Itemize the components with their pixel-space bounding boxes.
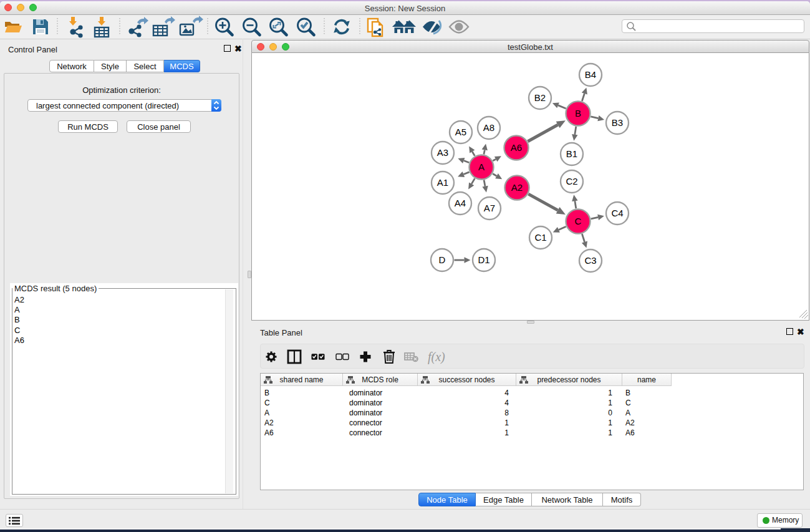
svg-text:A7: A7 — [484, 203, 495, 213]
svg-text:A8: A8 — [483, 122, 494, 133]
svg-text:B4: B4 — [585, 69, 596, 80]
svg-text:C3: C3 — [584, 255, 596, 266]
svg-text:A4: A4 — [455, 198, 466, 208]
svg-text:A1: A1 — [437, 177, 448, 188]
svg-text:D1: D1 — [478, 254, 489, 265]
svg-text:D: D — [439, 254, 446, 265]
svg-text:B3: B3 — [612, 117, 623, 128]
svg-text:A2: A2 — [511, 182, 523, 193]
svg-text:C4: C4 — [611, 208, 623, 218]
svg-text:C1: C1 — [534, 232, 546, 243]
svg-text:B2: B2 — [534, 92, 546, 103]
svg-text:A6: A6 — [511, 142, 522, 153]
svg-text:B: B — [575, 108, 581, 118]
svg-text:A3: A3 — [437, 147, 448, 158]
svg-text:A: A — [478, 162, 485, 172]
svg-text:f(x): f(x) — [428, 350, 445, 364]
svg-text:C2: C2 — [566, 176, 577, 186]
svg-text:A5: A5 — [455, 127, 466, 137]
svg-text:B1: B1 — [566, 148, 577, 159]
svg-text:C: C — [575, 216, 582, 226]
